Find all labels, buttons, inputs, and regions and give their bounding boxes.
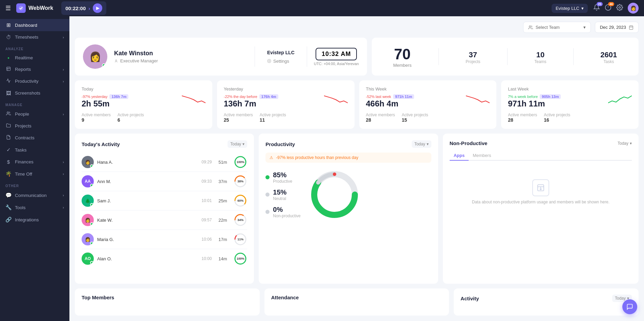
date-value: Dec 29, 2023 (600, 25, 626, 30)
projects-stat: 37 Projects (466, 49, 480, 64)
member-start-time: 09:57 (201, 218, 215, 222)
user-avatar[interactable]: 👩 (628, 3, 639, 14)
company-selector[interactable]: Evistep LLC ▾ (552, 4, 588, 13)
active-members: Active members 25 (224, 113, 253, 123)
hamburger-icon[interactable]: ☰ (5, 4, 11, 12)
chevron-down-icon: ▾ (242, 142, 244, 146)
member-name: Sam J. (97, 198, 198, 203)
prod-label: Neutral (273, 196, 286, 201)
time-meta: Active members 28 Active projects 16 (508, 113, 632, 123)
time-badge: 971h 11m (393, 94, 414, 99)
settings-button[interactable] (616, 4, 623, 12)
topnav-icons: 25 46 👩 (593, 3, 639, 14)
np-filter[interactable]: Today ▾ (618, 141, 632, 146)
sidebar-item-dashboard[interactable]: ⊞ Dashboard (0, 19, 69, 31)
main-topbar: Select Team ▾ Dec 29, 2023 (75, 22, 639, 33)
member-avatar: 👩 (82, 156, 94, 168)
stat-divider2 (507, 48, 508, 65)
sidebar-item-tools[interactable]: 🔧 Tools › (0, 201, 69, 214)
prod-info: 85% Productive (273, 171, 292, 184)
member-pct-circle: 38% (234, 175, 247, 188)
chevron-down-icon: › (63, 35, 64, 39)
prod-info: 15% Neutral (273, 188, 286, 201)
time-change: -52% last week 971h 11m (366, 94, 414, 99)
chevron-down-icon: › (63, 193, 64, 197)
member-start-time: 10:06 (201, 237, 215, 242)
todays-activity-card: Today's Activity Today ▾ 👩 Hana A. 09:29… (75, 134, 254, 284)
member-avatar: AO (82, 253, 94, 265)
member-name: Alan O. (97, 256, 198, 261)
profile-info: Kate Winston Executive Manager (114, 50, 248, 63)
activity-row: 👩 Hana A. 09:29 51m 100% (82, 153, 247, 172)
sidebar-label-finances: Finances (15, 159, 34, 164)
sidebar-item-projects[interactable]: Projects (0, 120, 69, 132)
svg-rect-5 (7, 67, 10, 71)
online-dot (90, 222, 93, 226)
activity-filter[interactable]: Today ▾ (228, 140, 247, 148)
chevron-down-icon: ▾ (427, 142, 429, 146)
member-pct-circle: 34% (234, 213, 247, 227)
people-icon (5, 111, 12, 117)
member-start-time: 09:33 (201, 179, 215, 184)
time-meta: Active members 28 Active projects 15 (366, 113, 490, 123)
timer-value: 00:22:00 (65, 5, 86, 11)
settings-label: Settings (273, 59, 289, 64)
sidebar-item-finances[interactable]: $ Finances › (0, 156, 69, 168)
contracts-icon (5, 135, 12, 141)
chevron-down-icon: › (63, 112, 64, 116)
online-indicator (102, 63, 106, 67)
svg-point-8 (7, 112, 9, 114)
sidebar-item-tasks[interactable]: ✓ Tasks (0, 144, 69, 156)
notifications-button[interactable]: 25 (593, 4, 600, 12)
member-name: Kate W. (97, 218, 198, 223)
timer-arrow: › (88, 5, 90, 11)
active-projects: Active projects 16 (544, 113, 570, 123)
time-main-value: 466h 4m (366, 99, 414, 108)
active-projects: Active projects 6 (117, 113, 144, 123)
timeoff-icon: 🌴 (5, 171, 12, 177)
company-name: Evistep LLC (556, 6, 579, 11)
chevron-down-icon: ▾ (581, 6, 584, 11)
sidebar-item-reports[interactable]: Reports › (0, 63, 69, 75)
settings-link[interactable]: Settings (267, 59, 295, 64)
sparkline-icon (608, 94, 632, 104)
sidebar-item-timeoff[interactable]: 🌴 Time Off › (0, 168, 69, 180)
timer-play-button[interactable]: ▶ (93, 3, 102, 13)
np-tab-members[interactable]: Members (469, 151, 495, 161)
select-team-label: Select Team (536, 25, 560, 30)
sidebar-item-realtime[interactable]: ● Realtime (0, 52, 69, 63)
online-dot (90, 164, 93, 168)
prod-dot (265, 210, 270, 214)
sidebar-item-productivity[interactable]: Productivity › (0, 75, 69, 87)
activity-bottom-filter-label: Today (615, 296, 626, 301)
chevron-down-icon: ▾ (630, 141, 632, 146)
attendance-title: Attendance (271, 295, 443, 300)
np-tab-apps[interactable]: Apps (450, 151, 469, 161)
select-team-dropdown[interactable]: Select Team ▾ (523, 22, 591, 33)
profile-stats-row: 👩 Kate Winston Executive Manager Evistep… (75, 38, 639, 76)
sidebar-item-contracts[interactable]: Contracts (0, 132, 69, 144)
logo: WebWork (16, 3, 53, 13)
chat-fab-button[interactable] (622, 299, 637, 314)
divider (255, 46, 255, 67)
sidebar-item-communication[interactable]: 💬 Communication › (0, 189, 69, 201)
prod-label: Non-productive (273, 214, 300, 218)
prod-label: Productive (273, 179, 292, 184)
productivity-filter[interactable]: Today ▾ (412, 140, 431, 148)
date-picker[interactable]: Dec 29, 2023 (595, 22, 639, 33)
activity-filter-label: Today (230, 142, 241, 146)
active-members: Active members 28 (508, 113, 537, 123)
alerts-button[interactable]: 46 (605, 4, 611, 12)
sidebar-item-timesheets[interactable]: ⏱ Timesheets › (0, 31, 69, 43)
sidebar-item-integrations[interactable]: 🔗 Integrations (0, 214, 69, 226)
prod-percentage: 15% (273, 188, 286, 196)
time-badge: 176h 4m (259, 94, 278, 99)
member-pct-circle: 60% (234, 194, 247, 207)
communication-icon: 💬 (5, 192, 12, 198)
profile-role: Executive Manager (114, 58, 248, 63)
members-count: 70 (393, 46, 411, 63)
sidebar-item-screenshots[interactable]: 🖼 Screenshots (0, 87, 69, 99)
np-empty-text: Data about non-productive platform usage… (472, 200, 609, 204)
time-main-value: 136h 7m (224, 99, 278, 108)
sidebar-item-people[interactable]: People › (0, 108, 69, 120)
